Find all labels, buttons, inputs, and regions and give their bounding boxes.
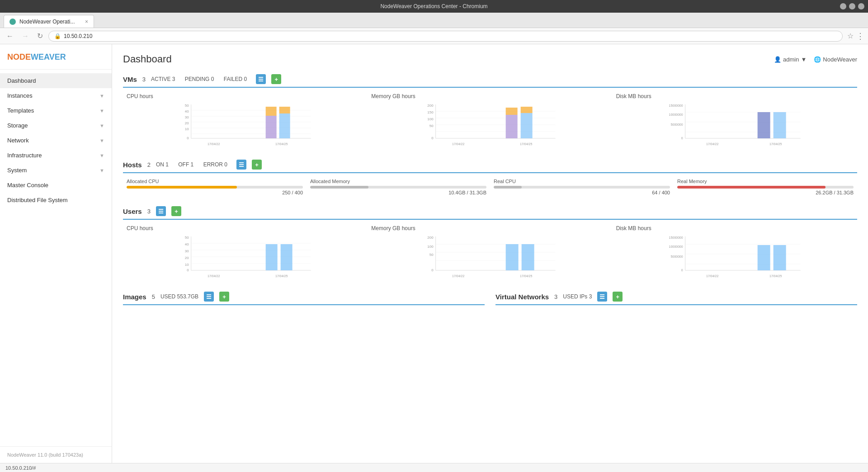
sidebar-item-master-console[interactable]: Master Console	[0, 178, 112, 193]
svg-text:20: 20	[185, 121, 189, 125]
tab-label: NodeWeaver Operati...	[19, 19, 75, 25]
images-add-button[interactable]: +	[219, 292, 229, 302]
allocated-cpu-bar-wrap	[127, 186, 303, 189]
hosts-on-badge: ON 1	[156, 161, 169, 168]
user-icon: 👤	[774, 56, 781, 63]
sidebar-nav: Dashboard Instances ▼ Templates ▼ Storag…	[0, 70, 112, 446]
minimize-button[interactable]	[840, 3, 846, 9]
active-tab[interactable]: NodeWeaver Operati... ×	[4, 15, 94, 28]
svg-rect-63	[266, 244, 278, 270]
svg-text:0: 0	[432, 136, 434, 140]
svg-text:17/04/22: 17/04/22	[208, 142, 220, 146]
vms-list-button[interactable]: ☰	[256, 74, 266, 84]
maximize-button[interactable]	[849, 3, 855, 9]
svg-rect-17	[279, 113, 290, 138]
real-cpu-progress: Real CPU 64 / 400	[490, 179, 674, 195]
users-list-button[interactable]: ☰	[156, 206, 166, 216]
svg-text:0: 0	[681, 137, 683, 140]
sidebar-item-dashboard[interactable]: Dashboard	[0, 73, 112, 88]
vms-disk-svg: 15000000 10000000 5000000 0 17/04/22 17/…	[616, 102, 854, 147]
sidebar-master-console-label: Master Console	[7, 182, 48, 189]
sidebar-item-distributed-fs[interactable]: Distributed File System	[0, 193, 112, 208]
sidebar-logo: NODEWEAVER	[0, 44, 112, 70]
sidebar-distributed-fs-label: Distributed File System	[7, 197, 68, 203]
vnet-section: Virtual Networks 3 USED IPs 3 ☰ +	[495, 292, 857, 311]
users-cpu-chart: CPU hours 50 40 30 20 10 0	[123, 225, 368, 281]
vms-active-badge: ACTIVE 3 PENDING 0 FAILED 0	[151, 76, 250, 82]
vms-disk-chart: Disk MB hours 15000000 10000000 5000000 …	[613, 93, 857, 149]
users-disk-chart: Disk MB hours 15000000 10000000 5000000 …	[613, 225, 857, 281]
svg-rect-76	[506, 244, 519, 270]
svg-text:17/04/22: 17/04/22	[706, 274, 718, 278]
svg-text:0: 0	[187, 136, 189, 140]
active-label: ACTIVE 3	[151, 76, 175, 82]
users-memory-chart: Memory GB hours 200 100 50 0 17/04/22 17…	[368, 225, 612, 281]
hosts-add-button[interactable]: +	[252, 160, 262, 170]
images-title: Images	[123, 293, 146, 301]
vms-charts-row: CPU hours 50 40 30 20	[123, 93, 857, 149]
forward-button[interactable]: →	[19, 31, 32, 41]
svg-text:200: 200	[428, 104, 434, 108]
sidebar-item-storage[interactable]: Storage ▼	[0, 118, 112, 133]
users-add-button[interactable]: +	[171, 206, 181, 216]
svg-rect-34	[521, 113, 533, 138]
admin-user-button[interactable]: 👤 admin ▼	[774, 56, 807, 63]
vms-add-button[interactable]: +	[271, 74, 281, 84]
svg-rect-48	[773, 112, 786, 138]
svg-text:17/04/25: 17/04/25	[275, 274, 288, 278]
sidebar-item-templates[interactable]: Templates ▼	[0, 103, 112, 118]
vms-memory-chart: Memory GB hours 200 150 100 50 0 17/04/	[368, 93, 612, 149]
vms-disk-label: Disk MB hours	[616, 93, 854, 99]
svg-text:15000000: 15000000	[669, 104, 683, 107]
svg-text:50: 50	[185, 236, 189, 240]
svg-text:40: 40	[185, 109, 189, 113]
address-bar[interactable]: 🔒 10.50.0.210	[48, 31, 843, 42]
vnet-list-button[interactable]: ☰	[597, 292, 607, 302]
sidebar-item-system[interactable]: System ▼	[0, 163, 112, 178]
svg-text:10000000: 10000000	[669, 113, 683, 116]
users-cpu-label: CPU hours	[127, 225, 364, 231]
svg-rect-16	[266, 107, 277, 116]
logo-node: NODE	[7, 52, 31, 61]
svg-text:5000000: 5000000	[670, 255, 683, 258]
status-bar: 10.50.0.210/#	[0, 463, 868, 472]
admin-label: admin	[783, 56, 799, 63]
logo-weaver: WEAVER	[31, 52, 66, 61]
real-cpu-label: Real CPU	[494, 179, 670, 184]
sidebar-item-instances[interactable]: Instances ▼	[0, 88, 112, 103]
vnet-add-button[interactable]: +	[613, 292, 623, 302]
globe-icon: 🌐	[814, 56, 821, 63]
tab-close-button[interactable]: ×	[85, 19, 88, 25]
vms-cpu-svg: 50 40 30 20 10 0 17/04/22 17/04/25	[127, 102, 364, 147]
back-button[interactable]: ←	[4, 31, 16, 41]
vms-cpu-chart: CPU hours 50 40 30 20	[123, 93, 368, 149]
bookmark-icon[interactable]: ☆	[847, 32, 854, 40]
svg-text:15000000: 15000000	[669, 236, 683, 239]
real-memory-label: Real Memory	[677, 179, 854, 184]
sidebar-storage-label: Storage	[7, 122, 28, 129]
nodeweaver-button[interactable]: 🌐 NodeWeaver	[814, 56, 857, 63]
browser-menu-icon[interactable]: ⋮	[856, 31, 864, 41]
chevron-down-icon: ▼	[99, 93, 104, 99]
sidebar-item-infrastructure[interactable]: Infrastructure ▼	[0, 148, 112, 163]
hosts-list-button[interactable]: ☰	[236, 160, 246, 170]
hosts-progress-section: Allocated CPU 250 / 400 Allocated Memory…	[123, 179, 857, 195]
users-section: Users 3 ☰ + CPU hours 50	[123, 206, 857, 281]
images-list-button[interactable]: ☰	[204, 292, 214, 302]
lock-icon: 🔒	[54, 33, 61, 39]
vms-cpu-label: CPU hours	[127, 93, 364, 99]
browser-titlebar: NodeWeaver Operations Center - Chromium	[0, 0, 868, 13]
svg-text:30: 30	[185, 115, 189, 119]
sidebar-templates-label: Templates	[7, 107, 34, 114]
sidebar-dashboard-label: Dashboard	[7, 77, 36, 84]
reload-button[interactable]: ↻	[34, 31, 46, 41]
svg-text:150: 150	[428, 110, 434, 114]
chevron-down-icon: ▼	[99, 138, 104, 143]
hosts-section-header: Hosts 2 ON 1 OFF 1 ERROR 0 ☰ +	[123, 160, 857, 173]
window-controls	[840, 3, 864, 9]
svg-text:10000000: 10000000	[669, 245, 683, 248]
sidebar-item-network[interactable]: Network ▼	[0, 133, 112, 148]
close-button[interactable]	[858, 3, 864, 9]
svg-text:100: 100	[428, 245, 434, 249]
user-chevron-icon: ▼	[801, 56, 807, 63]
